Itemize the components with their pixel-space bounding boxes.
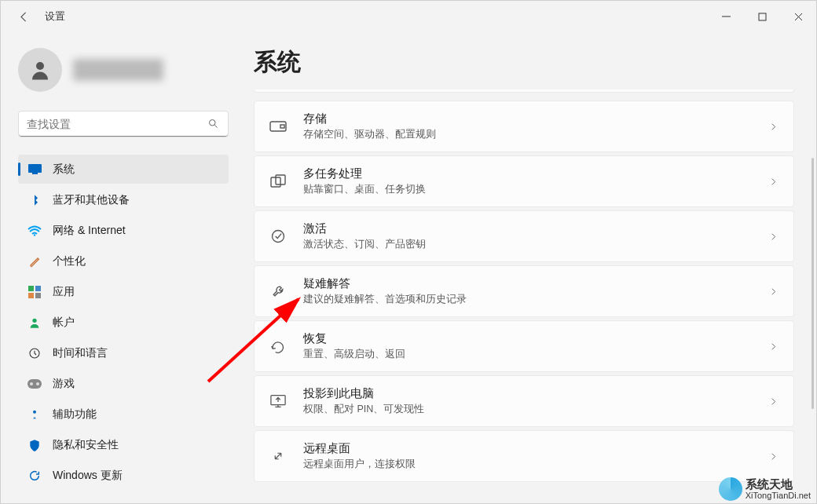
section-subtitle: 存储空间、驱动器、配置规则 [303, 128, 768, 141]
nav-label: 时间和语言 [53, 346, 108, 360]
nav-icon [27, 285, 42, 299]
project-icon [269, 392, 288, 411]
svg-point-15 [33, 410, 36, 413]
nav-label: 系统 [53, 163, 75, 177]
nav-icon [27, 469, 42, 483]
nav-label: 应用 [53, 285, 75, 299]
search-input[interactable] [27, 118, 207, 130]
section-subtitle: 激活状态、订阅、产品密钥 [303, 238, 768, 251]
remote-icon [269, 447, 288, 466]
content-area: 系统 存储 存储空间、驱动器、配置规则 多任务处理 贴靠窗口、桌面、任务切换 激… [236, 32, 816, 503]
nav-icon [27, 438, 42, 452]
watermark-logo [719, 477, 742, 501]
sidebar: 系统蓝牙和其他设备网络 & Internet个性化应用帐户时间和语言游戏辅助功能… [1, 32, 236, 503]
section-subtitle: 权限、配对 PIN、可发现性 [303, 403, 768, 416]
profile-name-blurred [73, 59, 163, 81]
chevron-right-icon [768, 341, 779, 352]
sidebar-item-10[interactable]: Windows 更新 [18, 461, 229, 490]
nav-label: 个性化 [53, 254, 86, 268]
storage-icon [269, 117, 288, 136]
recovery-icon [269, 337, 288, 356]
nav-label: 帐户 [53, 316, 75, 330]
sidebar-item-3[interactable]: 个性化 [18, 247, 229, 276]
svg-point-5 [34, 234, 35, 236]
svg-rect-16 [270, 122, 286, 131]
section-recovery[interactable]: 恢复 重置、高级启动、返回 [254, 320, 794, 372]
close-button[interactable] [780, 4, 816, 29]
app-title: 设置 [45, 9, 65, 24]
svg-point-1 [36, 62, 44, 70]
multitask-icon [269, 172, 288, 191]
section-subtitle: 贴靠窗口、桌面、任务切换 [303, 183, 768, 196]
section-title: 远程桌面 [303, 441, 768, 456]
user-profile[interactable] [18, 48, 236, 92]
sidebar-item-0[interactable]: 系统 [18, 155, 229, 184]
section-title: 投影到此电脑 [303, 386, 768, 401]
chevron-right-icon [768, 121, 779, 132]
search-box[interactable] [18, 111, 229, 137]
section-project[interactable]: 投影到此电脑 权限、配对 PIN、可发现性 [254, 375, 794, 427]
sidebar-item-4[interactable]: 应用 [18, 277, 229, 306]
nav-icon [27, 407, 42, 422]
activation-icon [269, 227, 288, 246]
nav-icon [27, 316, 42, 330]
svg-rect-6 [28, 286, 34, 291]
troubleshoot-icon [269, 282, 288, 301]
chevron-right-icon [768, 176, 779, 187]
svg-rect-9 [35, 293, 41, 298]
svg-point-13 [30, 382, 33, 385]
sidebar-item-5[interactable]: 帐户 [18, 308, 229, 337]
svg-rect-4 [32, 173, 38, 174]
nav-icon [27, 346, 42, 360]
svg-point-20 [273, 231, 284, 243]
nav-label: Windows 更新 [53, 469, 123, 483]
svg-point-10 [32, 318, 36, 322]
section-title: 多任务处理 [303, 166, 768, 181]
page-title: 系统 [254, 46, 794, 79]
section-multitask[interactable]: 多任务处理 贴靠窗口、桌面、任务切换 [254, 155, 794, 207]
nav-label: 隐私和安全性 [53, 438, 119, 452]
nav-icon [27, 163, 42, 177]
svg-rect-3 [28, 164, 42, 173]
sidebar-item-8[interactable]: 辅助功能 [18, 400, 229, 429]
nav-label: 网络 & Internet [53, 224, 126, 238]
section-title: 恢复 [303, 331, 768, 346]
sidebar-item-1[interactable]: 蓝牙和其他设备 [18, 185, 229, 214]
search-icon [207, 118, 220, 130]
sidebar-item-9[interactable]: 隐私和安全性 [18, 430, 229, 459]
section-title: 疑难解答 [303, 276, 768, 291]
svg-point-2 [210, 120, 216, 126]
nav-icon [27, 224, 42, 238]
nav-label: 蓝牙和其他设备 [53, 193, 130, 207]
section-troubleshoot[interactable]: 疑难解答 建议的疑难解答、首选项和历史记录 [254, 265, 794, 317]
nav-label: 游戏 [53, 377, 75, 391]
section-remote[interactable]: 远程桌面 远程桌面用户，连接权限 [254, 430, 794, 482]
svg-rect-8 [28, 293, 34, 298]
section-activation[interactable]: 激活 激活状态、订阅、产品密钥 [254, 210, 794, 262]
sidebar-item-6[interactable]: 时间和语言 [18, 338, 229, 367]
sidebar-item-2[interactable]: 网络 & Internet [18, 216, 229, 245]
section-title: 存储 [303, 111, 768, 126]
avatar [18, 48, 62, 92]
titlebar: 设置 [1, 1, 816, 32]
section-storage[interactable]: 存储 存储空间、驱动器、配置规则 [254, 100, 794, 152]
svg-rect-17 [280, 125, 284, 128]
scrollbar[interactable] [812, 158, 814, 409]
svg-point-14 [36, 382, 39, 385]
svg-rect-7 [35, 286, 41, 291]
minimize-button[interactable] [708, 4, 744, 29]
back-button[interactable] [16, 9, 31, 24]
svg-rect-0 [759, 13, 766, 20]
nav-icon [27, 254, 42, 268]
section-title: 激活 [303, 221, 768, 236]
chevron-right-icon [768, 396, 779, 407]
svg-rect-12 [27, 379, 42, 389]
nav-icon [27, 193, 42, 207]
section-subtitle: 远程桌面用户，连接权限 [303, 458, 768, 471]
chevron-right-icon [768, 231, 779, 242]
section-subtitle: 建议的疑难解答、首选项和历史记录 [303, 293, 768, 306]
chevron-right-icon [768, 286, 779, 297]
section-subtitle: 重置、高级启动、返回 [303, 348, 768, 361]
sidebar-item-7[interactable]: 游戏 [18, 369, 229, 398]
maximize-button[interactable] [744, 4, 780, 29]
